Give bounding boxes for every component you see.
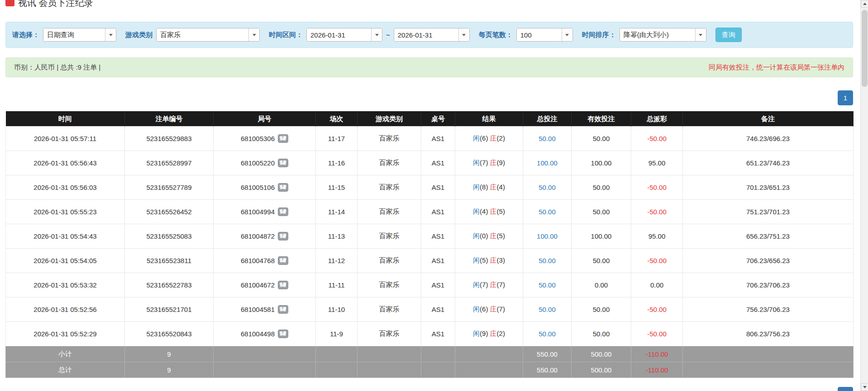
cell-session: 11-9 [316,322,358,346]
result-player: 闲 [473,232,480,240]
page-size-label: 每页笔数： [479,31,513,39]
subtotal-row-label: 小计 [6,346,125,362]
cell-bet-id: 523165527789 [125,175,214,200]
cell-total-bet[interactable]: 100.00 [523,224,572,249]
date-from-input[interactable] [307,28,371,41]
cards-icon[interactable] [278,134,288,143]
column-header-round: 局号 [214,112,316,127]
cell-payout: 95.00 [631,224,683,249]
cell-total-bet[interactable]: 50.00 [523,297,572,322]
cards-icon[interactable] [278,207,288,216]
result-banker: 庄 [490,159,497,166]
cell-round: 681005220 [214,151,316,175]
result-player-points: (4) [480,207,488,215]
cell-remark: 806.23/756.23 [683,322,854,346]
cell-result: 闲(5) 庄(3) [455,249,523,273]
total-row: 总计9550.00500.00-110.00 [6,362,854,378]
cell-time: 2026-01-31 05:55:23 [6,200,125,224]
cards-icon[interactable] [278,159,288,167]
query-type-input[interactable] [43,28,105,41]
cell-round: 681004581 [214,297,316,322]
time-sort-input[interactable] [620,28,695,41]
subtotal-row-total-bet: 550.00 [523,346,572,362]
cell-bet-id: 523165525083 [125,224,214,249]
scroll-up-button[interactable] [861,0,868,8]
table-row: 2026-01-31 05:55:23523165526452681004994… [6,200,854,224]
cards-icon[interactable] [278,305,288,314]
chevron-down-icon [565,34,569,36]
game-category-dropdown-button[interactable] [248,28,259,41]
subtotal-row-empty-cell [214,346,316,362]
result-banker-points: (2) [497,330,505,337]
date-to-dropdown-button[interactable] [458,28,469,41]
round-wrap: 681005106 [241,183,288,192]
cell-total-bet[interactable]: 50.00 [523,200,572,224]
pagination-bottom: 1 [5,387,853,391]
page-1-button[interactable]: 1 [838,90,853,105]
cards-icon[interactable] [278,183,288,192]
table-row: 2026-01-31 05:52:29523165520843681004498… [6,322,854,346]
round-number: 681004672 [241,281,275,289]
total-row-empty-cell [214,362,316,378]
page-header: 视讯 会员下注纪录 [5,0,853,22]
cards-icon[interactable] [278,232,288,240]
table-row: 2026-01-31 05:53:32523165522783681004672… [6,273,854,297]
total-row-count: 9 [125,362,214,378]
cell-game: 百家乐 [358,200,421,224]
arrow-down-icon [863,386,867,388]
table-row: 2026-01-31 05:54:43523165525083681004872… [6,224,854,249]
cell-total-bet[interactable]: 50.00 [523,249,572,273]
cell-result: 闲(0) 庄(5) [455,224,523,249]
cell-time: 2026-01-31 05:52:29 [6,322,125,346]
result-player-points: (6) [480,134,488,142]
result-banker-points: (7) [497,305,505,313]
page-1-button-bottom[interactable]: 1 [838,387,853,391]
chevron-down-icon [109,34,113,36]
query-type-dropdown-button[interactable] [105,28,116,41]
date-to-input[interactable] [394,28,458,41]
cell-total-bet[interactable]: 50.00 [523,322,572,346]
cell-total-bet[interactable]: 50.00 [523,127,572,151]
result-player-points: (9) [480,330,488,337]
chevron-down-icon [462,34,466,36]
cell-remark: 701.23/651.23 [683,175,854,200]
cards-icon[interactable] [278,281,288,289]
page-size-dropdown-button[interactable] [562,28,572,41]
subtotal-row-empty-cell [455,346,523,362]
filter-group-time-sort: 时间排序： [582,28,706,42]
cell-table: AS1 [421,127,455,151]
screen: 视讯 会员下注纪录 请选择： 游戏类别 时间区间： [0,0,868,391]
cell-time: 2026-01-31 05:54:05 [6,249,125,273]
subtotal-row: 小计9550.00500.00-110.00 [6,346,854,362]
cell-total-bet[interactable]: 50.00 [523,175,572,200]
cell-result: 闲(8) 庄(4) [455,175,523,200]
result-player-points: (5) [480,256,488,264]
round-number: 681005220 [241,159,275,167]
result-banker: 庄 [490,207,497,215]
game-category-input[interactable] [157,28,248,41]
date-from-dropdown-button[interactable] [371,28,382,41]
result-banker-points: (7) [497,281,505,288]
result-banker-points: (2) [497,134,505,142]
filter-group-game-category: 游戏类别 [125,28,260,42]
query-button[interactable]: 查询 [715,28,742,42]
cell-total-bet[interactable]: 50.00 [523,273,572,297]
scroll-down-button[interactable] [861,383,868,391]
cards-icon[interactable] [278,256,288,265]
round-number: 681005106 [241,184,275,191]
cell-session: 11-10 [316,297,358,322]
query-type-label: 请选择： [12,31,39,39]
column-header-table: 桌号 [421,112,455,127]
cell-total-bet[interactable]: 100.00 [523,151,572,175]
scrollbar-thumb[interactable] [862,10,868,87]
page-title: 视讯 会员下注纪录 [18,0,93,9]
cell-game: 百家乐 [358,224,421,249]
page-size-input[interactable] [517,28,562,41]
cell-session: 11-11 [316,273,358,297]
time-sort-dropdown-button[interactable] [695,28,706,41]
cards-icon[interactable] [278,330,288,338]
cell-valid-bet: 50.00 [572,127,631,151]
vertical-scrollbar[interactable] [860,0,868,391]
table-row: 2026-01-31 05:54:05523165523811681004768… [6,249,854,273]
round-number: 681004872 [241,232,275,240]
